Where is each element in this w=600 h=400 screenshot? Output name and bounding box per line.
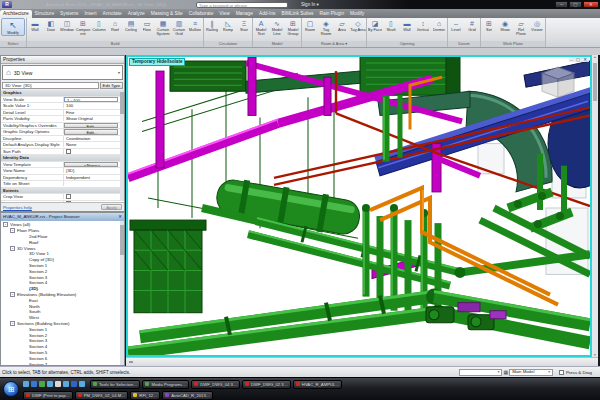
tree-expand-icon[interactable] xyxy=(22,356,27,361)
close-button[interactable]: ✕ xyxy=(583,1,599,8)
ribbon-button[interactable]: ◫ Window xyxy=(59,18,75,32)
ribbon-tab[interactable]: Annotate xyxy=(99,10,124,18)
ribbon-button[interactable]: ▦ Curtain System xyxy=(155,18,171,36)
quick-launch-icon[interactable] xyxy=(79,381,85,387)
tree-expand-icon[interactable] xyxy=(22,275,27,280)
property-value[interactable] xyxy=(66,149,71,154)
ribbon-button[interactable]: ⊞ Set xyxy=(481,18,497,32)
tree-expand-icon[interactable]: - xyxy=(3,222,8,227)
ribbon-button[interactable]: ◎ Viewer xyxy=(529,18,545,32)
ribbon-button[interactable]: ▱ Area xyxy=(334,18,350,32)
press-drag-checkbox[interactable] xyxy=(559,370,564,375)
apply-button[interactable]: Apply xyxy=(101,204,122,211)
project-browser-close-icon[interactable]: ✕ xyxy=(118,213,122,221)
ribbon-button[interactable]: ▯ Shaft xyxy=(383,18,399,32)
view-cube[interactable] xyxy=(542,67,574,97)
tree-expand-icon[interactable] xyxy=(22,315,27,320)
minimize-button[interactable]: – xyxy=(555,1,568,8)
property-value[interactable]: Fine xyxy=(64,110,124,115)
viewport-scrollbar[interactable]: ▴▾ xyxy=(592,55,598,357)
taskbar-button[interactable]: AutoCAD_R_2013… xyxy=(162,391,213,400)
tree-expand-icon[interactable] xyxy=(22,269,27,274)
view-control-icon[interactable] xyxy=(129,361,133,363)
quick-launch-icon[interactable] xyxy=(31,381,37,387)
taskbar-button[interactable]: RFI_12… xyxy=(130,391,160,400)
view-window-controls[interactable]: – ▢ ✕ xyxy=(569,57,589,62)
ribbon-button[interactable]: ▱ Ref Plane xyxy=(513,18,529,36)
browser-scrollbar[interactable] xyxy=(120,221,124,365)
tree-expand-icon[interactable] xyxy=(22,338,27,343)
property-value[interactable]: Coordination xyxy=(64,136,124,141)
taskbar-button[interactable]: Media Programs… xyxy=(142,380,189,389)
ribbon-button[interactable]: A Model Text xyxy=(253,18,269,36)
ribbon-button[interactable]: ⊞ Model Group xyxy=(285,18,301,36)
edit-type-button[interactable]: Edit Type xyxy=(100,82,123,89)
maximize-button[interactable]: ▢ xyxy=(569,1,582,8)
ribbon-button[interactable]: ∥ Railing xyxy=(204,18,220,32)
temporary-hide-isolate-badge[interactable]: Temporary Hide/Isolate xyxy=(129,58,185,66)
ribbon-button[interactable]: ▯ Column xyxy=(91,18,107,32)
tree-expand-icon[interactable] xyxy=(22,327,27,332)
quick-launch-icon[interactable] xyxy=(23,381,29,387)
ribbon-button[interactable]: ⊞ Component xyxy=(75,18,91,36)
design-option-combo[interactable]: Main Model▾ xyxy=(509,369,553,376)
property-value[interactable]: None xyxy=(64,142,124,147)
ribbon-button[interactable]: ◺ Ramp xyxy=(220,18,236,32)
ribbon-button[interactable]: ↕ Vertical xyxy=(415,18,431,32)
tree-expand-icon[interactable] xyxy=(22,234,27,239)
tree-expand-icon[interactable]: - xyxy=(10,228,15,233)
tree-expand-icon[interactable] xyxy=(22,298,27,303)
ribbon-button[interactable]: – Level xyxy=(448,18,464,32)
tree-expand-icon[interactable]: - xyxy=(10,292,15,297)
taskbar-button[interactable]: DWF (Print to pap… xyxy=(23,391,73,400)
ribbon-button[interactable]: ↖ Modify xyxy=(1,18,25,36)
ribbon-tab[interactable]: Rain Plugin xyxy=(317,10,348,18)
type-selector[interactable]: ⌂ 3D View ▾ xyxy=(2,65,123,80)
chevron-down-icon[interactable]: ▾ xyxy=(118,70,120,75)
property-value[interactable]: Independent xyxy=(64,175,124,180)
quick-launch-icon[interactable] xyxy=(55,381,61,387)
sign-in-button[interactable]: Sign In ▾ xyxy=(301,2,319,7)
workset-icon[interactable]: ▦ xyxy=(503,369,508,375)
property-value[interactable]: <None> xyxy=(64,162,118,168)
ribbon-button[interactable]: # Grid xyxy=(464,18,480,32)
ribbon-tab[interactable]: Massing & Site xyxy=(148,10,186,18)
ribbon-tab[interactable]: Architecture xyxy=(0,10,32,18)
quick-launch-icon[interactable] xyxy=(39,381,45,387)
tree-expand-icon[interactable] xyxy=(22,344,27,349)
properties-help-link[interactable]: Properties help xyxy=(3,205,32,210)
tree-expand-icon[interactable] xyxy=(22,309,27,314)
property-value[interactable]: Edit... xyxy=(64,129,118,135)
drawing-area-3d-view[interactable]: Temporary Hide/Isolate – ▢ ✕ xyxy=(126,55,592,357)
ribbon-tab[interactable]: BIMLink Suites xyxy=(279,10,317,18)
quick-launch-icon[interactable] xyxy=(71,381,77,387)
ribbon-button[interactable]: ▢ Room xyxy=(302,18,318,32)
search-input[interactable]: Type a keyword or phrase xyxy=(196,2,288,8)
element-filter-combo[interactable]: 3D View: {3D} xyxy=(2,82,99,89)
tree-expand-icon[interactable] xyxy=(22,286,27,291)
taskbar-button[interactable]: HVAC_R_AMPUL… xyxy=(293,380,343,389)
ribbon-button[interactable]: ▤ Ceiling xyxy=(123,18,139,32)
properties-scrollbar[interactable] xyxy=(120,90,124,201)
tree-expand-icon[interactable]: - xyxy=(10,246,15,251)
quick-launch-icon[interactable] xyxy=(47,381,53,387)
tree-expand-icon[interactable] xyxy=(22,304,27,309)
ribbon-button[interactable]: ▬ Wall xyxy=(27,18,43,32)
ribbon-button[interactable]: ◪ By Face xyxy=(367,18,383,32)
taskbar-button[interactable]: Tools for Selection… xyxy=(90,380,140,389)
properties-title[interactable]: Properties xyxy=(1,56,124,64)
ribbon-tab[interactable]: Add-Ins xyxy=(256,10,279,18)
ribbon-button[interactable]: ◧ Door xyxy=(43,18,59,32)
ribbon-button[interactable]: ▬ Wall xyxy=(399,18,415,32)
ribbon-tab[interactable]: Systems xyxy=(57,10,81,18)
property-value[interactable]: 1 : 100 xyxy=(64,97,118,103)
taskbar-button[interactable]: DWF_DWG_04.3… xyxy=(191,380,240,389)
workset-combo[interactable]: ▾ xyxy=(459,369,503,376)
property-value[interactable] xyxy=(66,194,71,199)
property-value[interactable]: {3D} xyxy=(64,168,124,173)
ribbon-button[interactable]: ◇ Tag Area xyxy=(350,18,366,32)
app-menu-button[interactable]: R xyxy=(2,1,12,8)
tree-expand-icon[interactable]: - xyxy=(10,321,15,326)
tree-expand-icon[interactable] xyxy=(22,257,27,262)
ribbon-button[interactable]: ◈ Tag Room xyxy=(318,18,334,36)
